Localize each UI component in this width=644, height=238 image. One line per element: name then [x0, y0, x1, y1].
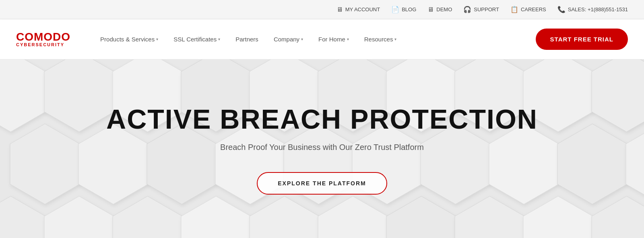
nav-links: Products & Services ▾ SSL Certificates ▾…	[95, 32, 528, 47]
topbar-sales[interactable]: 📞 SALES: +1(888)551-1531	[557, 6, 628, 13]
start-trial-button[interactable]: START FREE TRIAL	[536, 29, 628, 50]
ssl-chevron-icon: ▾	[218, 37, 220, 41]
topbar-careers[interactable]: 📋 CAREERS	[510, 6, 546, 13]
for-home-chevron-icon: ▾	[347, 37, 349, 41]
main-nav: COMODO CYBERSECURITY Products & Services…	[0, 19, 644, 60]
support-icon: 🎧	[463, 6, 471, 13]
company-chevron-icon: ▾	[301, 37, 303, 41]
nav-for-home[interactable]: For Home ▾	[313, 32, 355, 47]
explore-platform-button[interactable]: EXPLORE THE PLATFORM	[257, 172, 387, 195]
logo[interactable]: COMODO CYBERSECURITY	[16, 31, 70, 47]
products-chevron-icon: ▾	[156, 37, 158, 41]
topbar-blog[interactable]: 📄 BLOG	[391, 6, 416, 13]
hero-title: ACTIVE BREACH PROTECTION	[106, 103, 538, 135]
careers-icon: 📋	[510, 6, 518, 13]
nav-ssl[interactable]: SSL Certificates ▾	[168, 32, 226, 47]
topbar-demo[interactable]: 🖥 DEMO	[427, 6, 452, 13]
demo-icon: 🖥	[427, 6, 434, 13]
resources-chevron-icon: ▾	[394, 37, 396, 41]
blog-icon: 📄	[391, 6, 399, 13]
nav-partners[interactable]: Partners	[230, 32, 264, 47]
hero-section: ACTIVE BREACH PROTECTION Breach Proof Yo…	[0, 60, 644, 238]
nav-company[interactable]: Company ▾	[268, 32, 309, 47]
nav-resources[interactable]: Resources ▾	[359, 32, 402, 47]
topbar-support[interactable]: 🎧 SUPPORT	[463, 6, 499, 13]
my-account-icon: 🖥	[336, 6, 343, 13]
topbar-my-account[interactable]: 🖥 MY ACCOUNT	[336, 6, 380, 13]
nav-products[interactable]: Products & Services ▾	[95, 32, 164, 47]
sales-icon: 📞	[557, 6, 566, 13]
top-bar: 🖥 MY ACCOUNT 📄 BLOG 🖥 DEMO 🎧 SUPPORT 📋 C…	[0, 0, 644, 19]
logo-cybersecurity: CYBERSECURITY	[16, 43, 70, 47]
hero-content: ACTIVE BREACH PROTECTION Breach Proof Yo…	[98, 95, 546, 203]
hero-subtitle: Breach Proof Your Business with Our Zero…	[106, 143, 538, 152]
logo-comodo: COMODO	[16, 31, 70, 43]
